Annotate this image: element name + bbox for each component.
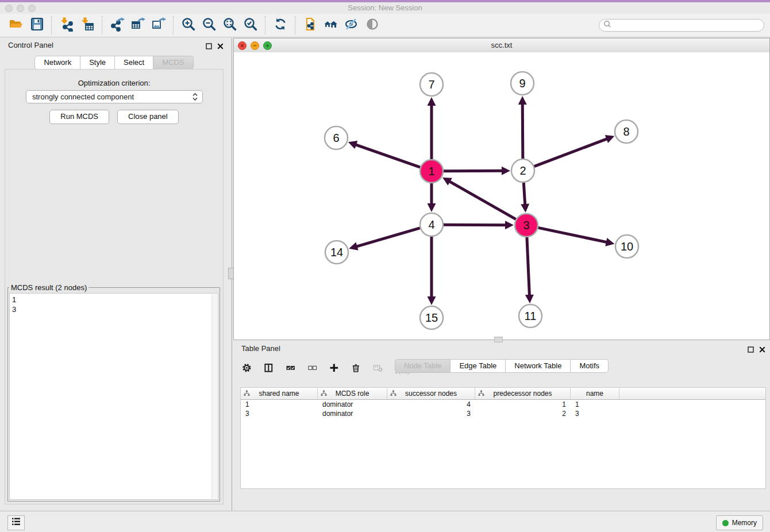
network-frame-titlebar[interactable]: scc.txt [234, 38, 769, 53]
zoom-out-icon [202, 17, 217, 34]
svg-text:14: 14 [330, 246, 343, 259]
node-9[interactable]: 9 [511, 72, 534, 95]
status-bar: Memory [0, 511, 770, 532]
search-icon [603, 20, 611, 30]
node-8[interactable]: 8 [615, 120, 638, 143]
tab-style[interactable]: Style [80, 56, 115, 70]
toolbar-separator [173, 16, 174, 34]
mcds-result-text[interactable]: 1 3 [9, 293, 218, 500]
network-graph[interactable]: 7968124314101511 [234, 52, 769, 340]
run-mcds-button[interactable]: Run MCDS [49, 110, 109, 124]
hide-graphics-details-button[interactable] [341, 16, 362, 35]
tab-motifs[interactable]: Motifs [571, 359, 609, 373]
zoom-fit-icon [222, 17, 237, 34]
node-2[interactable]: 2 [511, 159, 534, 182]
edge-4-3[interactable] [444, 221, 514, 229]
show-graphics-details-button[interactable] [362, 16, 383, 35]
toolbar-separator [51, 16, 52, 34]
import-network-icon [59, 17, 74, 34]
node-7[interactable]: 7 [420, 73, 443, 96]
search-field[interactable] [599, 19, 764, 32]
optimization-criterion-dropdown[interactable]: strongly connected component [26, 90, 203, 103]
node-10[interactable]: 10 [615, 235, 638, 258]
node-15[interactable]: 15 [420, 306, 443, 329]
svg-text:1: 1 [428, 165, 434, 178]
task-history-button[interactable] [7, 515, 25, 530]
tab-edge-table[interactable]: Edge Table [451, 359, 506, 373]
close-table-panel-icon[interactable] [759, 345, 765, 355]
clone-network-icon [303, 17, 318, 34]
home-view-button[interactable] [321, 16, 341, 35]
refresh-icon [273, 17, 288, 34]
edge-4-14[interactable] [349, 228, 420, 250]
svg-text:2: 2 [519, 164, 526, 177]
edge-1-7[interactable] [428, 97, 436, 159]
table-tabs: Node TableEdge TableNetwork TableMotifs [233, 359, 770, 509]
edge-3-11[interactable] [525, 237, 534, 303]
export-network-icon [110, 17, 125, 34]
network-view-frame: scc.txt 7968124314101511 [233, 38, 770, 340]
import-table-button[interactable] [77, 16, 98, 35]
node-11[interactable]: 11 [519, 304, 542, 327]
edge-3-1[interactable] [442, 178, 516, 219]
import-network-button[interactable] [56, 16, 77, 35]
mcds-result-group: MCDS result (2 nodes) 1 3 [7, 283, 220, 502]
result-scrollbar[interactable] [211, 294, 217, 499]
search-input[interactable] [611, 21, 764, 30]
close-panel-button[interactable]: Close panel [117, 110, 179, 124]
tab-node-table[interactable]: Node Table [395, 359, 451, 373]
tab-select[interactable]: Select [115, 56, 153, 70]
edge-2-8[interactable] [534, 135, 615, 167]
toolbar-separator [265, 16, 266, 34]
tab-mcds[interactable]: MCDS [153, 56, 193, 70]
network-canvas[interactable]: 7968124314101511 [234, 52, 769, 340]
tab-network-table[interactable]: Network Table [506, 359, 571, 373]
memory-label: Memory [732, 519, 757, 527]
zoom-selected-button[interactable] [240, 16, 261, 35]
close-panel-icon[interactable] [217, 41, 224, 52]
node-3[interactable]: 3 [515, 214, 538, 237]
control-panel-tabs: NetworkStyleSelectMCDS [0, 56, 228, 70]
refresh-button[interactable] [270, 16, 291, 35]
export-image-button[interactable] [148, 16, 169, 35]
float-table-panel-icon[interactable] [748, 345, 754, 355]
svg-text:3: 3 [523, 219, 529, 232]
edge-3-10[interactable] [538, 228, 615, 246]
zoom-in-button[interactable] [178, 16, 199, 35]
export-image-icon [151, 17, 166, 34]
tab-network[interactable]: Network [34, 56, 80, 70]
node-4[interactable]: 4 [420, 213, 443, 236]
memory-status-icon [722, 520, 729, 526]
export-network-button[interactable] [107, 16, 128, 35]
edge-2-3[interactable] [521, 183, 529, 213]
show-graphics-details-icon [365, 17, 380, 34]
node-14[interactable]: 14 [325, 241, 348, 264]
svg-text:11: 11 [525, 310, 537, 322]
edge-2-9[interactable] [518, 96, 527, 159]
save-session-button[interactable] [26, 16, 47, 35]
edge-1-4[interactable] [428, 183, 436, 212]
mcds-panel: Optimization criterion: strongly connect… [5, 69, 224, 504]
frame-maximize-button[interactable] [263, 41, 272, 50]
frame-minimize-button[interactable] [251, 41, 259, 50]
zoom-selected-icon [243, 17, 258, 34]
zoom-in-icon [181, 17, 196, 34]
network-title: scc.txt [234, 38, 769, 52]
zoom-out-button[interactable] [199, 16, 220, 35]
toolbar-separator [102, 16, 103, 34]
zoom-fit-button[interactable] [220, 16, 240, 35]
dropdown-chevrons-icon [191, 92, 199, 102]
frame-close-button[interactable] [238, 41, 247, 50]
open-session-button[interactable] [6, 16, 26, 35]
node-6[interactable]: 6 [325, 126, 348, 149]
edge-1-2[interactable] [444, 167, 510, 175]
export-table-button[interactable] [128, 16, 148, 35]
clone-network-button[interactable] [300, 16, 321, 35]
edge-1-6[interactable] [348, 141, 420, 167]
control-panel: Control Panel NetworkStyleSelectMCDS Opt… [0, 38, 228, 504]
svg-text:10: 10 [621, 240, 633, 253]
float-panel-icon[interactable] [206, 41, 212, 52]
memory-button[interactable]: Memory [716, 515, 763, 530]
edge-4-15[interactable] [428, 237, 436, 305]
node-1[interactable]: 1 [420, 160, 443, 183]
